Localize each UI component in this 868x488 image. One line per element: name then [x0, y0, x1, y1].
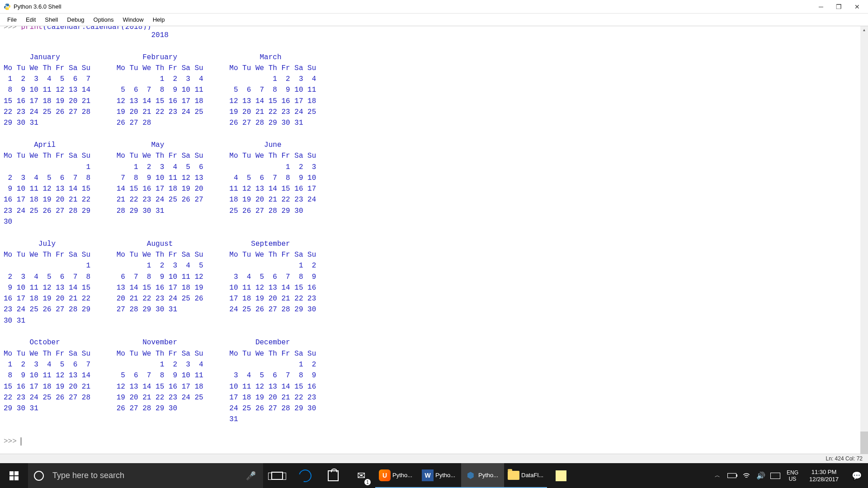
task-view-icon	[271, 472, 283, 480]
status-position: Ln: 424 Col: 72	[826, 455, 863, 462]
menu-help[interactable]: Help	[148, 14, 170, 25]
start-button[interactable]	[0, 463, 28, 488]
taskbar-store[interactable]	[319, 463, 347, 488]
taskbar-app-word[interactable]: W Pytho...	[418, 463, 461, 488]
edge-icon	[297, 467, 314, 484]
tray-volume-icon[interactable]: 🔊	[754, 463, 768, 488]
python-icon: ⬢	[467, 470, 474, 480]
status-bar: Ln: 424 Col: 72	[0, 454, 868, 463]
tray-keyboard-icon[interactable]	[768, 463, 783, 488]
word-icon: W	[422, 469, 434, 481]
tray-language[interactable]: ENG US	[783, 469, 802, 482]
taskbar-app-python[interactable]: ⬢ Pytho...	[461, 463, 504, 488]
scroll-up-arrow-icon[interactable]: ▲	[860, 26, 868, 34]
maximize-button[interactable]: ❐	[836, 3, 842, 10]
python-app-icon	[4, 3, 11, 10]
system-tray: ︿ 🔊 ENG US 11:30 PM 12/28/2017 💬	[710, 463, 868, 488]
taskbar-search[interactable]: Type here to search 🎤	[28, 463, 263, 488]
taskbar-sticky-notes[interactable]	[547, 463, 575, 488]
taskbar-edge[interactable]	[291, 463, 319, 488]
taskbar-app-browser[interactable]: U Pytho...	[375, 463, 418, 488]
sticky-note-icon	[556, 470, 566, 481]
taskbar: Type here to search 🎤 ✉1 U Pytho... W Py…	[0, 463, 868, 488]
uc-browser-icon: U	[379, 469, 391, 481]
menu-window[interactable]: Window	[118, 14, 148, 25]
tray-overflow-button[interactable]: ︿	[710, 463, 725, 488]
store-icon	[328, 470, 339, 481]
close-button[interactable]: ✕	[854, 3, 860, 10]
mail-badge: 1	[364, 479, 371, 485]
folder-icon	[508, 471, 519, 480]
scrollbar-thumb[interactable]	[860, 432, 868, 454]
mic-icon[interactable]: 🎤	[246, 471, 256, 481]
menu-bar: File Edit Shell Debug Options Window Hel…	[0, 14, 868, 26]
taskbar-mail[interactable]: ✉1	[347, 463, 375, 488]
tray-notifications-icon[interactable]: 💬	[845, 471, 868, 481]
menu-shell[interactable]: Shell	[40, 14, 62, 25]
tray-battery-icon[interactable]	[725, 463, 739, 488]
window-titlebar: Python 3.6.0 Shell ─ ❐ ✕	[0, 0, 868, 14]
menu-edit[interactable]: Edit	[21, 14, 40, 25]
search-placeholder: Type here to search	[52, 471, 124, 480]
taskbar-app-folder[interactable]: DataFl...	[504, 463, 547, 488]
task-view-button[interactable]	[263, 463, 291, 488]
tray-clock[interactable]: 11:30 PM 12/28/2017	[802, 469, 845, 483]
menu-file[interactable]: File	[3, 14, 21, 25]
menu-options[interactable]: Options	[89, 14, 118, 25]
tray-wifi-icon[interactable]	[739, 463, 754, 488]
shell-output[interactable]: >>> print(calendar.calendar(2018)) 2018 …	[0, 26, 868, 471]
cortana-icon[interactable]	[28, 471, 50, 481]
minimize-button[interactable]: ─	[819, 3, 823, 10]
mail-icon: ✉	[357, 470, 365, 482]
windows-logo-icon	[9, 471, 19, 480]
vertical-scrollbar[interactable]: ▲ ▼	[860, 26, 868, 471]
menu-debug[interactable]: Debug	[62, 14, 89, 25]
window-title: Python 3.6.0 Shell	[14, 3, 819, 10]
